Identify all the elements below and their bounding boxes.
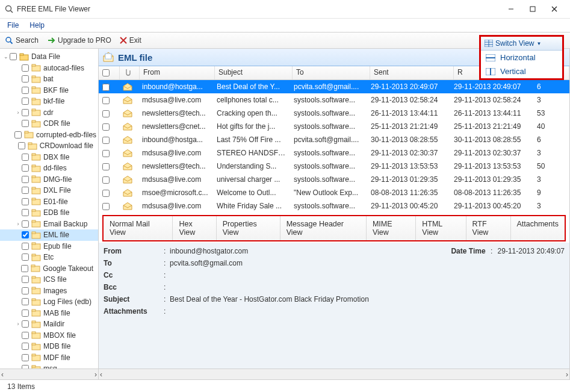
tree-item-checkbox[interactable]: [22, 176, 29, 183]
message-row[interactable]: newsletters@tech...Cracking open th...sy…: [99, 107, 569, 120]
tree-item-checkbox[interactable]: [22, 98, 29, 105]
tab-attachments[interactable]: Attachments: [511, 216, 565, 240]
tab-normal-mail-view[interactable]: Normal Mail View: [104, 216, 173, 240]
tree-item-checkbox[interactable]: [22, 220, 29, 228]
tree-item-checkbox[interactable]: [22, 87, 29, 94]
column-to[interactable]: To: [293, 66, 370, 79]
toolbar-upgrade[interactable]: Upgrade to PRO: [47, 36, 111, 45]
message-row[interactable]: newsletters@tech...Understanding S...sys…: [99, 160, 569, 173]
tree-item[interactable]: EDB file: [0, 207, 98, 219]
switch-view-vertical[interactable]: Vertical: [481, 64, 562, 78]
tree-item-checkbox[interactable]: [14, 131, 22, 138]
tree-item-checkbox[interactable]: [22, 64, 29, 72]
tree-item[interactable]: Google Takeout: [0, 263, 98, 275]
tree-item[interactable]: BKF file: [0, 85, 98, 96]
tab-hex-view[interactable]: Hex View: [173, 216, 216, 240]
tree-twisty-open-icon[interactable]: ⌄: [2, 54, 10, 60]
message-row[interactable]: mdsusa@live.comSTEREO HANDSFR...systools…: [99, 146, 569, 160]
tree-item-checkbox[interactable]: [18, 142, 25, 149]
tree-item[interactable]: ›Email Backup: [0, 219, 98, 230]
tree-item-checkbox[interactable]: [22, 287, 29, 294]
tab-mime-view[interactable]: MIME View: [367, 216, 416, 240]
message-row-checkbox[interactable]: [102, 123, 110, 131]
tree-item-checkbox[interactable]: [22, 310, 29, 317]
toolbar-search[interactable]: Search: [5, 36, 39, 45]
tree-item[interactable]: EML file: [0, 229, 98, 241]
switch-view-button[interactable]: Switch View ▼: [481, 37, 562, 51]
message-row[interactable]: mdsusa@live.comuniversal charger ...syst…: [99, 173, 569, 186]
tree-item[interactable]: CDR file: [0, 118, 98, 129]
message-row-checkbox[interactable]: [102, 190, 110, 197]
message-row-checkbox[interactable]: [102, 163, 110, 170]
tree-item[interactable]: Log Files (edb): [0, 296, 98, 308]
tree-item-checkbox[interactable]: [22, 254, 29, 261]
tree-item[interactable]: autocad-files: [0, 63, 98, 74]
detail-horizontal-scrollbar[interactable]: ‹›: [99, 369, 569, 379]
tree-item[interactable]: bat: [0, 73, 98, 85]
tree-item[interactable]: Etc: [0, 252, 98, 263]
tree-item-checkbox[interactable]: [22, 154, 29, 161]
tree-item-checkbox[interactable]: [22, 354, 29, 361]
tree-item[interactable]: corrupted-edb-files: [0, 129, 98, 141]
tree-item[interactable]: dd-files: [0, 163, 98, 174]
tree-item[interactable]: DBX file: [0, 152, 98, 163]
tree-root[interactable]: ⌄ Data File: [0, 51, 98, 63]
tree-root-checkbox[interactable]: [10, 53, 17, 60]
tree-item[interactable]: CRDownload file: [0, 140, 98, 152]
tree-item-checkbox[interactable]: [22, 320, 29, 328]
message-row[interactable]: inbound@hostga...Best Deal of the Y...pc…: [99, 80, 569, 93]
column-subject[interactable]: Subject: [215, 66, 293, 79]
tree-item[interactable]: MDF file: [0, 352, 98, 364]
tree-item[interactable]: E01-file: [0, 196, 98, 208]
tree-item-checkbox[interactable]: [22, 276, 29, 283]
message-row[interactable]: inbound@hostga...Last 75% Off Fire ...pc…: [99, 133, 569, 146]
tree-item-checkbox[interactable]: [22, 332, 29, 339]
tree-item-checkbox[interactable]: [22, 231, 29, 238]
select-all-checkbox[interactable]: [102, 69, 110, 76]
message-row-checkbox[interactable]: [102, 97, 110, 104]
message-row-checkbox[interactable]: [102, 110, 110, 117]
message-row-checkbox[interactable]: [102, 150, 110, 157]
window-close-button[interactable]: [544, 1, 565, 17]
tree-item[interactable]: Images: [0, 285, 98, 297]
tree-item[interactable]: ›Maildir: [0, 319, 98, 330]
tab-properties-view[interactable]: Properties View: [217, 216, 280, 240]
tab-message-header-view[interactable]: Message Header View: [280, 216, 367, 240]
column-sent[interactable]: Sent: [370, 66, 454, 79]
tree-item-checkbox[interactable]: [22, 75, 29, 82]
tree-item[interactable]: ICS file: [0, 274, 98, 285]
tree-item-checkbox[interactable]: [22, 164, 29, 172]
toolbar-exit[interactable]: Exit: [120, 36, 141, 45]
tree-item[interactable]: MBOX file: [0, 330, 98, 341]
tree-item[interactable]: MDB file: [0, 341, 98, 352]
column-from[interactable]: From: [140, 66, 215, 79]
tree-item[interactable]: Epub file: [0, 241, 98, 252]
tree-twisty-icon[interactable]: ›: [14, 321, 22, 327]
tree-twisty-icon[interactable]: ›: [14, 110, 22, 116]
message-row-checkbox[interactable]: [102, 176, 110, 184]
tree-item[interactable]: ›cdr: [0, 107, 98, 119]
message-row[interactable]: newsletters@cnet...Hot gifts for the j..…: [99, 120, 569, 133]
tree-item-checkbox[interactable]: [22, 109, 29, 116]
window-minimize-button[interactable]: [500, 1, 522, 17]
message-row[interactable]: msoe@microsoft.c...Welcome to Outl..."Ne…: [99, 186, 569, 199]
tree-item-checkbox[interactable]: [22, 298, 29, 305]
tree-item[interactable]: bkf-file: [0, 96, 98, 107]
menu-help[interactable]: Help: [29, 21, 45, 30]
tree-item-checkbox[interactable]: [22, 198, 29, 205]
tree-item-checkbox[interactable]: [22, 209, 29, 216]
message-row-checkbox[interactable]: [102, 203, 110, 210]
message-row-checkbox[interactable]: [102, 84, 110, 91]
tree-item[interactable]: DMG-file: [0, 174, 98, 185]
switch-view-horizontal[interactable]: Horizontal: [481, 51, 562, 64]
tab-rtf-view[interactable]: RTF View: [466, 216, 511, 240]
tree-twisty-icon[interactable]: ›: [14, 221, 22, 227]
message-row-checkbox[interactable]: [102, 137, 110, 144]
tree-item-checkbox[interactable]: [22, 343, 29, 350]
tree-item-checkbox[interactable]: [22, 120, 29, 127]
tree-item[interactable]: DXL File: [0, 185, 98, 196]
tree-item-checkbox[interactable]: [22, 187, 29, 194]
menu-file[interactable]: File: [7, 21, 19, 30]
window-maximize-button[interactable]: [522, 1, 544, 17]
message-row[interactable]: mdsusa@live.comcellphones total c...syst…: [99, 93, 569, 107]
